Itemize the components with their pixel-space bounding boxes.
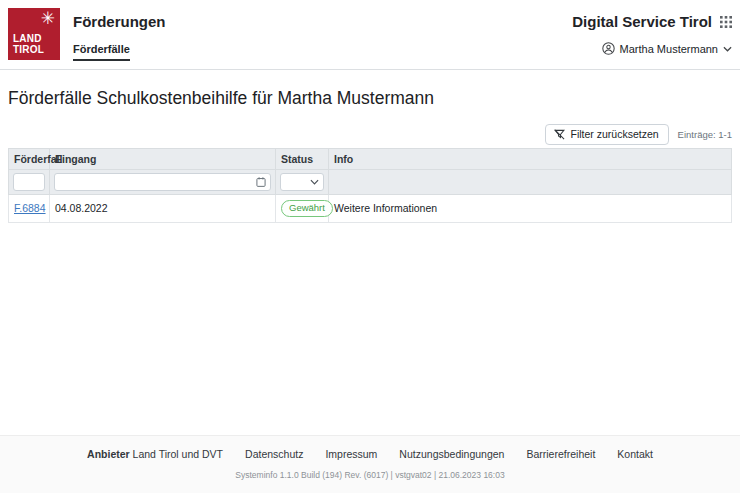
page-title: Förderfälle Schulkostenbeihilfe für Mart… bbox=[8, 88, 732, 109]
footer-link-impressum[interactable]: Impressum bbox=[325, 448, 377, 460]
status-badge: Gewährt bbox=[281, 200, 333, 217]
header-right: Digital Service Tirol Mart bbox=[572, 8, 732, 55]
main-content: Förderfälle Schulkostenbeihilfe für Mart… bbox=[0, 88, 740, 223]
footer-links: Anbieter Land Tirol und DVT Datenschutz … bbox=[0, 448, 740, 460]
footer-link-nutzungsbedingungen[interactable]: Nutzungsbedingungen bbox=[399, 448, 504, 460]
header-left: ✳ LAND TIROL Förderungen Förderfälle bbox=[8, 8, 166, 61]
reset-filter-label: Filter zurücksetzen bbox=[570, 128, 658, 140]
column-header-eingang[interactable]: Eingang bbox=[50, 149, 276, 170]
cell-eingang: 04.08.2022 bbox=[50, 195, 276, 223]
header-titles: Förderungen Förderfälle bbox=[73, 8, 166, 61]
provider-value: Land Tirol und DVT bbox=[130, 448, 223, 460]
user-menu[interactable]: Martha Mustermann bbox=[602, 42, 732, 55]
page-footer: Anbieter Land Tirol und DVT Datenschutz … bbox=[0, 435, 740, 493]
filter-foerderfall-input[interactable] bbox=[13, 173, 45, 191]
column-header-foerderfall[interactable]: Förderfall bbox=[9, 149, 50, 170]
filter-status-value[interactable] bbox=[280, 173, 324, 191]
user-name: Martha Mustermann bbox=[620, 43, 718, 55]
brand-row: Digital Service Tirol bbox=[572, 13, 732, 30]
footer-link-datenschutz[interactable]: Datenschutz bbox=[245, 448, 303, 460]
table-filter-row bbox=[9, 170, 732, 195]
entries-count: Einträge: 1-1 bbox=[678, 129, 732, 140]
filter-eingang-wrapper bbox=[54, 173, 271, 191]
chevron-down-icon bbox=[723, 46, 732, 52]
table-toolbar: Filter zurücksetzen Einträge: 1-1 bbox=[8, 124, 732, 145]
foerderfaelle-table: Förderfall Eingang Status Info bbox=[8, 148, 732, 223]
land-tirol-logo[interactable]: ✳ LAND TIROL bbox=[8, 8, 60, 60]
app-header: ✳ LAND TIROL Förderungen Förderfälle Dig… bbox=[0, 0, 740, 70]
account-icon bbox=[602, 42, 615, 55]
table-row: F.6884 04.08.2022 Gewährt Weitere Inform… bbox=[9, 195, 732, 223]
system-info: Systeminfo 1.1.0 Build (194) Rev. (6017)… bbox=[0, 470, 740, 480]
table-header-row: Förderfall Eingang Status Info bbox=[9, 149, 732, 170]
app-title: Förderungen bbox=[73, 13, 166, 30]
reset-filter-button[interactable]: Filter zurücksetzen bbox=[545, 124, 668, 145]
filter-eingang-date-input[interactable] bbox=[54, 173, 271, 191]
filter-off-icon bbox=[554, 129, 565, 140]
filter-status-select[interactable] bbox=[280, 173, 324, 191]
logo-text: LAND TIROL bbox=[13, 34, 44, 56]
provider-info: Anbieter Land Tirol und DVT bbox=[87, 448, 223, 460]
logo-line2: TIROL bbox=[13, 45, 44, 56]
provider-label: Anbieter bbox=[87, 448, 130, 460]
apps-grid-icon[interactable] bbox=[720, 16, 732, 28]
column-header-status[interactable]: Status bbox=[276, 149, 329, 170]
cell-info: Weitere Informationen bbox=[329, 195, 732, 223]
tab-foerderfaelle[interactable]: Förderfälle bbox=[73, 43, 130, 61]
case-link[interactable]: F.6884 bbox=[14, 202, 46, 214]
column-header-info[interactable]: Info bbox=[329, 149, 732, 170]
footer-link-barrierefreiheit[interactable]: Barrierefreiheit bbox=[526, 448, 595, 460]
footer-link-kontakt[interactable]: Kontakt bbox=[617, 448, 653, 460]
brand-title: Digital Service Tirol bbox=[572, 13, 712, 30]
tirol-eagle-icon: ✳ bbox=[41, 10, 55, 27]
